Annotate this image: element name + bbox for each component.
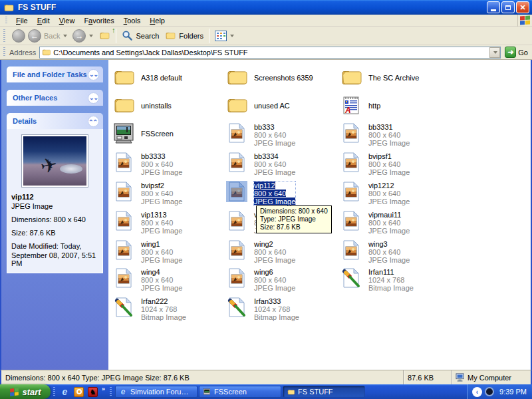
- file-icon[interactable]: [340, 267, 362, 289]
- tasks-grip[interactable]: [110, 387, 112, 396]
- address-input[interactable]: [53, 49, 489, 57]
- file-item[interactable]: A http: [340, 94, 447, 121]
- forward-button[interactable]: →: [70, 28, 96, 44]
- file-label[interactable]: A318 default: [141, 67, 182, 82]
- file-item[interactable]: bb333 800 x 640 JPEG Image: [226, 122, 332, 149]
- quicklaunch-grip[interactable]: [53, 387, 55, 396]
- file-icon[interactable]: [226, 297, 247, 318]
- task-fs-stuff[interactable]: FS STUFF: [283, 386, 365, 398]
- quicklaunch-more-chevron[interactable]: »: [102, 384, 105, 392]
- file-label[interactable]: vipmaui11 800 x 640 JPEG Image: [368, 211, 410, 235]
- panel-header-other-places[interactable]: Other Places ⌄⌄: [7, 90, 103, 106]
- file-label[interactable]: http: [368, 95, 380, 110]
- file-label[interactable]: bb3333 800 x 640 JPEG Image: [141, 152, 182, 176]
- file-label[interactable]: bb333 800 x 640 JPEG Image: [254, 123, 295, 147]
- file-item[interactable]: vip1313 800 x 640 JPEG Image: [113, 210, 219, 237]
- file-icon[interactable]: [340, 66, 362, 88]
- file-label[interactable]: uninstalls: [141, 95, 172, 110]
- menu-item[interactable]: Tools: [119, 15, 146, 26]
- file-item[interactable]: unused AC: [226, 94, 332, 121]
- file-icon[interactable]: [113, 239, 134, 261]
- file-icon[interactable]: A: [340, 94, 362, 116]
- file-icon[interactable]: [226, 66, 247, 88]
- file-label[interactable]: bb3331 800 x 640 JPEG Image: [368, 123, 410, 147]
- folders-button[interactable]: Folders: [162, 29, 206, 42]
- start-button[interactable]: start: [0, 384, 51, 399]
- file-label[interactable]: vip1313 800 x 640 JPEG Image: [141, 211, 182, 235]
- file-icon[interactable]: [113, 297, 134, 318]
- file-item[interactable]: uninstalls: [113, 94, 219, 121]
- file-item[interactable]: wing2 800 x 640 JPEG Image: [226, 239, 332, 266]
- file-item[interactable]: bb3334 800 x 640 JPEG Image: [226, 152, 332, 178]
- file-icon[interactable]: [340, 152, 362, 173]
- panel-header-details[interactable]: Details ⌄⌄: [7, 113, 103, 129]
- file-icon[interactable]: [226, 152, 247, 173]
- file-item[interactable]: bb3333 800 x 640 JPEG Image: [113, 152, 219, 178]
- file-item[interactable]: Irfan111 1024 x 768 Bitmap Image: [340, 267, 447, 294]
- file-item[interactable]: bb3331 800 x 640 JPEG Image: [340, 122, 447, 149]
- file-icon[interactable]: [340, 239, 362, 261]
- minimize-button[interactable]: [487, 1, 500, 13]
- file-label[interactable]: bb3334 800 x 640 JPEG Image: [254, 152, 295, 176]
- file-label[interactable]: vip112 800 x 640 JPEG Image: [254, 182, 295, 205]
- file-icon[interactable]: [226, 181, 247, 202]
- up-button[interactable]: ↑: [96, 29, 113, 42]
- file-icon[interactable]: [226, 267, 247, 289]
- file-icon[interactable]: [113, 66, 134, 88]
- file-icon[interactable]: [226, 239, 247, 261]
- back-button[interactable]: ← Back: [9, 28, 70, 44]
- file-label[interactable]: The SC Archive: [368, 67, 419, 82]
- file-label[interactable]: FSScreen: [141, 123, 174, 138]
- menu-item[interactable]: Help: [145, 15, 170, 26]
- chevron-down-icon[interactable]: ⌄⌄: [88, 69, 99, 80]
- quicklaunch-app1-icon[interactable]: [74, 387, 84, 397]
- forward-dropdown-caret[interactable]: [89, 35, 93, 37]
- back-dropdown-caret[interactable]: [63, 35, 67, 37]
- file-label[interactable]: bvipsf2 800 x 640 JPEG Image: [141, 182, 182, 205]
- menu-item[interactable]: File: [11, 15, 33, 26]
- close-button[interactable]: ✕: [516, 1, 529, 13]
- file-icon[interactable]: [113, 181, 134, 202]
- tray-collapse-chevron-icon[interactable]: ‹: [472, 387, 482, 397]
- file-icon[interactable]: [226, 94, 247, 116]
- file-item[interactable]: wing4 800 x 640 JPEG Image: [113, 267, 219, 294]
- views-button[interactable]: [212, 29, 237, 43]
- file-icon[interactable]: [113, 210, 134, 231]
- file-item[interactable]: FSScreen: [113, 122, 219, 149]
- file-item[interactable]: vipmaui11 800 x 640 JPEG Image: [340, 210, 447, 237]
- file-icon[interactable]: [226, 210, 247, 231]
- file-item[interactable]: The SC Archive: [340, 66, 447, 93]
- views-dropdown-caret[interactable]: [230, 35, 234, 37]
- file-icon[interactable]: [113, 94, 134, 116]
- file-label[interactable]: Irfan111 1024 x 768 Bitmap Image: [368, 268, 414, 292]
- file-label[interactable]: Irfan333 1024 x 768 Bitmap Image: [254, 297, 299, 321]
- menu-item[interactable]: View: [55, 15, 80, 26]
- quicklaunch-app2-icon[interactable]: ♞: [88, 387, 98, 397]
- file-item[interactable]: wing1 800 x 640 JPEG Image: [113, 239, 219, 266]
- file-label[interactable]: wing4 800 x 640 JPEG Image: [141, 268, 182, 292]
- file-label[interactable]: wing2 800 x 640 JPEG Image: [254, 240, 295, 264]
- file-label[interactable]: Screenshots 6359: [254, 67, 313, 82]
- file-icon[interactable]: [340, 181, 362, 202]
- task-fsscreen[interactable]: FSScreen: [199, 386, 281, 398]
- file-label[interactable]: Irfan222 1024 x 768 Bitmap Image: [141, 297, 186, 321]
- file-icon[interactable]: [113, 267, 134, 289]
- file-label[interactable]: wing3 800 x 640 JPEG Image: [368, 240, 410, 264]
- file-label[interactable]: bvipsf1 800 x 640 JPEG Image: [368, 152, 410, 176]
- file-item[interactable]: wing3 800 x 640 JPEG Image: [340, 239, 447, 266]
- file-label[interactable]: vip1212 800 x 640 JPEG Image: [368, 182, 410, 205]
- file-item[interactable]: Irfan222 1024 x 768 Bitmap Image: [113, 297, 219, 323]
- file-item[interactable]: vip1212 800 x 640 JPEG Image: [340, 181, 447, 207]
- search-button[interactable]: Search: [119, 29, 162, 43]
- menu-item[interactable]: Edit: [33, 15, 55, 26]
- file-label[interactable]: wing6 800 x 640 JPEG Image: [254, 268, 295, 292]
- file-item[interactable]: A318 default: [113, 66, 219, 93]
- file-icon[interactable]: [340, 210, 362, 231]
- file-item[interactable]: bvipsf1 800 x 640 JPEG Image: [340, 152, 447, 178]
- file-item[interactable]: wing6 800 x 640 JPEG Image: [226, 267, 332, 294]
- task-simviation[interactable]: e Simviation Forums - o...: [115, 386, 198, 398]
- file-item[interactable]: bvipsf2 800 x 640 JPEG Image: [113, 181, 219, 207]
- panel-header-file-folder-tasks[interactable]: File and Folder Tasks ⌄⌄: [7, 66, 103, 82]
- file-item[interactable]: vip112 800 x 640 JPEG Image: [226, 181, 332, 207]
- quicklaunch-ie-icon[interactable]: e: [60, 387, 70, 397]
